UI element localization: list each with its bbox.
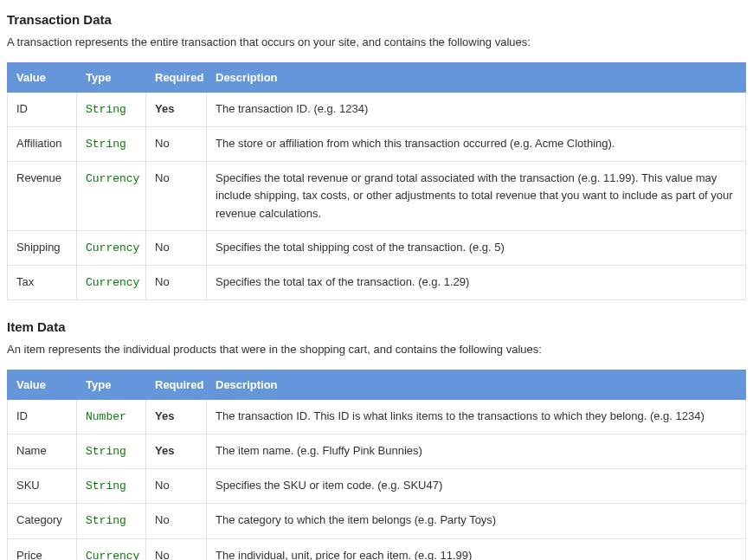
- table-row: Category String No The category to which…: [8, 504, 746, 538]
- cell-value: ID: [8, 93, 77, 127]
- cell-required: No: [146, 504, 207, 538]
- col-header-description: Description: [207, 370, 746, 399]
- table-row: Shipping Currency No Specifies the total…: [8, 230, 746, 265]
- cell-required: No: [146, 162, 207, 230]
- cell-type: Number: [77, 399, 146, 434]
- cell-required: Yes: [146, 93, 207, 127]
- table-row: SKU String No Specifies the SKU or item …: [8, 469, 746, 504]
- cell-required: No: [146, 230, 207, 265]
- cell-description: Specifies the SKU or item code. (e.g. SK…: [207, 469, 746, 504]
- cell-required: Yes: [146, 434, 207, 469]
- cell-description: The individual, unit, price for each ite…: [207, 538, 746, 560]
- cell-description: The transaction ID. (e.g. 1234): [207, 93, 746, 127]
- cell-type: String: [77, 504, 146, 538]
- cell-description: Specifies the total tax of the transacti…: [207, 265, 746, 299]
- cell-type: Currency: [77, 538, 146, 560]
- cell-type: String: [77, 127, 146, 162]
- col-header-required: Required: [146, 370, 207, 399]
- cell-value: ID: [8, 399, 77, 434]
- cell-value: Tax: [8, 265, 77, 299]
- cell-type: Currency: [77, 265, 146, 299]
- section-heading: Transaction Data: [7, 12, 746, 27]
- cell-value: Revenue: [8, 162, 77, 230]
- col-header-value: Value: [8, 370, 77, 399]
- cell-type: String: [77, 469, 146, 504]
- cell-value: Name: [8, 434, 77, 469]
- section-intro: An item represents the individual produc…: [7, 343, 746, 356]
- cell-value: Price: [8, 538, 77, 560]
- table-row: Tax Currency No Specifies the total tax …: [8, 265, 746, 299]
- section-heading: Item Data: [7, 319, 746, 334]
- transaction-data-table: Value Type Required Description ID Strin…: [7, 62, 746, 300]
- section-intro: A transaction represents the entire tran…: [7, 35, 746, 48]
- cell-type: Currency: [77, 230, 146, 265]
- col-header-description: Description: [207, 63, 746, 93]
- cell-required: No: [146, 538, 207, 560]
- col-header-type: Type: [77, 370, 146, 399]
- cell-description: The category to which the item belongs (…: [207, 504, 746, 538]
- col-header-value: Value: [8, 63, 77, 93]
- table-header-row: Value Type Required Description: [8, 63, 746, 93]
- cell-required: No: [146, 469, 207, 504]
- col-header-type: Type: [77, 63, 146, 93]
- cell-description: The item name. (e.g. Fluffy Pink Bunnies…: [207, 434, 746, 469]
- cell-value: SKU: [8, 469, 77, 504]
- cell-required: Yes: [146, 399, 207, 434]
- cell-value: Category: [8, 504, 77, 538]
- cell-value: Affiliation: [8, 127, 77, 162]
- cell-type: Currency: [77, 162, 146, 230]
- cell-type: String: [77, 93, 146, 127]
- cell-required: No: [146, 265, 207, 299]
- table-header-row: Value Type Required Description: [8, 370, 746, 399]
- col-header-required: Required: [146, 63, 207, 93]
- table-row: ID Number Yes The transaction ID. This I…: [8, 399, 746, 434]
- cell-required: No: [146, 127, 207, 162]
- cell-type: String: [77, 434, 146, 469]
- cell-value: Shipping: [8, 230, 77, 265]
- cell-description: Specifies the total revenue or grand tot…: [207, 162, 746, 230]
- cell-description: The store or affiliation from which this…: [207, 127, 746, 162]
- table-row: Price Currency No The individual, unit, …: [8, 538, 746, 560]
- table-row: Revenue Currency No Specifies the total …: [8, 162, 746, 230]
- table-row: Name String Yes The item name. (e.g. Flu…: [8, 434, 746, 469]
- item-data-table: Value Type Required Description ID Numbe…: [7, 370, 746, 560]
- cell-description: Specifies the total shipping cost of the…: [207, 230, 746, 265]
- cell-description: The transaction ID. This ID is what link…: [207, 399, 746, 434]
- table-row: Affiliation String No The store or affil…: [8, 127, 746, 162]
- table-row: ID String Yes The transaction ID. (e.g. …: [8, 93, 746, 127]
